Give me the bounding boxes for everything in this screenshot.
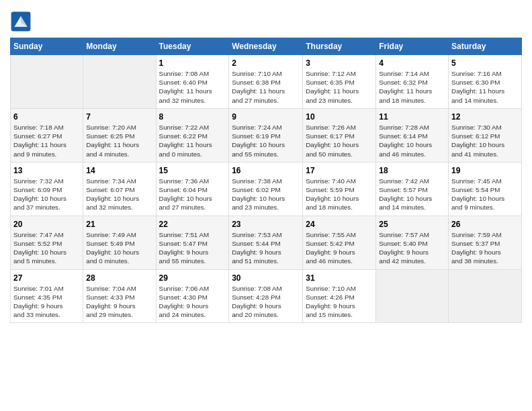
day-info: Sunrise: 7:51 AM Sunset: 5:47 PM Dayligh…	[159, 230, 226, 266]
calendar-cell: 8Sunrise: 7:22 AM Sunset: 6:22 PM Daylig…	[156, 108, 229, 162]
calendar-cell: 18Sunrise: 7:42 AM Sunset: 5:57 PM Dayli…	[376, 162, 449, 216]
day-info: Sunrise: 7:06 AM Sunset: 4:30 PM Dayligh…	[159, 284, 226, 320]
day-number: 6	[13, 112, 80, 122]
week-row-2: 6Sunrise: 7:18 AM Sunset: 6:27 PM Daylig…	[11, 108, 522, 162]
day-info: Sunrise: 7:10 AM Sunset: 4:26 PM Dayligh…	[306, 284, 373, 320]
logo-icon	[10, 11, 32, 32]
day-info: Sunrise: 7:18 AM Sunset: 6:27 PM Dayligh…	[13, 123, 80, 158]
day-number: 15	[159, 166, 226, 175]
day-info: Sunrise: 7:08 AM Sunset: 6:40 PM Dayligh…	[159, 69, 226, 105]
day-number: 28	[86, 273, 152, 283]
day-number: 31	[306, 273, 373, 283]
weekday-header-sunday: Sunday	[11, 38, 83, 55]
day-number: 10	[306, 112, 373, 122]
day-info: Sunrise: 7:04 AM Sunset: 4:33 PM Dayligh…	[86, 284, 152, 320]
calendar-cell: 11Sunrise: 7:28 AM Sunset: 6:14 PM Dayli…	[376, 108, 449, 162]
day-info: Sunrise: 7:28 AM Sunset: 6:14 PM Dayligh…	[379, 123, 445, 158]
day-info: Sunrise: 7:01 AM Sunset: 4:35 PM Dayligh…	[13, 284, 80, 320]
weekday-header-saturday: Saturday	[449, 38, 522, 55]
day-info: Sunrise: 7:22 AM Sunset: 6:22 PM Dayligh…	[159, 123, 226, 158]
calendar-cell: 13Sunrise: 7:32 AM Sunset: 6:09 PM Dayli…	[11, 162, 83, 216]
day-info: Sunrise: 7:47 AM Sunset: 5:52 PM Dayligh…	[13, 230, 80, 266]
day-number: 17	[306, 166, 373, 175]
calendar-cell: 20Sunrise: 7:47 AM Sunset: 5:52 PM Dayli…	[11, 216, 83, 269]
week-row-5: 27Sunrise: 7:01 AM Sunset: 4:35 PM Dayli…	[11, 269, 522, 323]
day-number: 5	[451, 58, 519, 68]
calendar-cell: 25Sunrise: 7:57 AM Sunset: 5:40 PM Dayli…	[376, 216, 449, 269]
day-info: Sunrise: 7:16 AM Sunset: 6:30 PM Dayligh…	[451, 69, 519, 105]
weekday-header-row: SundayMondayTuesdayWednesdayThursdayFrid…	[11, 38, 522, 55]
calendar-cell: 17Sunrise: 7:40 AM Sunset: 5:59 PM Dayli…	[303, 162, 376, 216]
day-info: Sunrise: 7:30 AM Sunset: 6:12 PM Dayligh…	[451, 123, 519, 158]
weekday-header-wednesday: Wednesday	[229, 38, 303, 55]
day-number: 20	[13, 220, 80, 229]
calendar-cell	[11, 55, 83, 109]
weekday-header-tuesday: Tuesday	[156, 38, 229, 55]
calendar-cell: 15Sunrise: 7:36 AM Sunset: 6:04 PM Dayli…	[156, 162, 229, 216]
day-number: 8	[159, 112, 226, 122]
day-info: Sunrise: 7:26 AM Sunset: 6:17 PM Dayligh…	[306, 123, 373, 158]
calendar-cell: 23Sunrise: 7:53 AM Sunset: 5:44 PM Dayli…	[229, 216, 303, 269]
week-row-1: 1Sunrise: 7:08 AM Sunset: 6:40 PM Daylig…	[11, 55, 522, 109]
calendar-cell: 7Sunrise: 7:20 AM Sunset: 6:25 PM Daylig…	[83, 108, 156, 162]
day-number: 29	[159, 273, 226, 283]
day-number: 14	[86, 166, 152, 175]
calendar-cell: 30Sunrise: 7:08 AM Sunset: 4:28 PM Dayli…	[229, 269, 303, 323]
calendar-table: SundayMondayTuesdayWednesdayThursdayFrid…	[10, 38, 522, 323]
weekday-header-friday: Friday	[376, 38, 449, 55]
day-number: 4	[379, 58, 445, 68]
day-number: 1	[159, 58, 226, 68]
day-number: 7	[86, 112, 152, 122]
calendar-cell: 5Sunrise: 7:16 AM Sunset: 6:30 PM Daylig…	[449, 55, 522, 109]
calendar-cell: 9Sunrise: 7:24 AM Sunset: 6:19 PM Daylig…	[229, 108, 303, 162]
day-info: Sunrise: 7:12 AM Sunset: 6:35 PM Dayligh…	[306, 69, 373, 105]
calendar-cell: 16Sunrise: 7:38 AM Sunset: 6:02 PM Dayli…	[229, 162, 303, 216]
calendar-cell: 26Sunrise: 7:59 AM Sunset: 5:37 PM Dayli…	[449, 216, 522, 269]
day-number: 3	[306, 58, 373, 68]
day-info: Sunrise: 7:49 AM Sunset: 5:49 PM Dayligh…	[86, 230, 152, 266]
day-number: 2	[232, 58, 300, 68]
calendar-cell: 21Sunrise: 7:49 AM Sunset: 5:49 PM Dayli…	[83, 216, 156, 269]
logo	[10, 11, 34, 32]
calendar-cell: 1Sunrise: 7:08 AM Sunset: 6:40 PM Daylig…	[156, 55, 229, 109]
day-info: Sunrise: 7:34 AM Sunset: 6:07 PM Dayligh…	[86, 177, 152, 212]
day-info: Sunrise: 7:24 AM Sunset: 6:19 PM Dayligh…	[232, 123, 300, 158]
calendar-cell	[449, 269, 522, 323]
day-info: Sunrise: 7:42 AM Sunset: 5:57 PM Dayligh…	[379, 177, 445, 212]
day-info: Sunrise: 7:14 AM Sunset: 6:32 PM Dayligh…	[379, 69, 445, 105]
calendar-cell: 27Sunrise: 7:01 AM Sunset: 4:35 PM Dayli…	[11, 269, 83, 323]
day-info: Sunrise: 7:10 AM Sunset: 6:38 PM Dayligh…	[232, 69, 300, 105]
day-info: Sunrise: 7:53 AM Sunset: 5:44 PM Dayligh…	[232, 230, 300, 266]
calendar-cell: 2Sunrise: 7:10 AM Sunset: 6:38 PM Daylig…	[229, 55, 303, 109]
day-number: 26	[451, 220, 519, 229]
day-info: Sunrise: 7:40 AM Sunset: 5:59 PM Dayligh…	[306, 177, 373, 212]
calendar-cell: 3Sunrise: 7:12 AM Sunset: 6:35 PM Daylig…	[303, 55, 376, 109]
calendar-cell: 6Sunrise: 7:18 AM Sunset: 6:27 PM Daylig…	[11, 108, 83, 162]
calendar-cell: 10Sunrise: 7:26 AM Sunset: 6:17 PM Dayli…	[303, 108, 376, 162]
day-number: 16	[232, 166, 300, 175]
calendar-cell: 22Sunrise: 7:51 AM Sunset: 5:47 PM Dayli…	[156, 216, 229, 269]
day-number: 19	[451, 166, 519, 175]
calendar-cell: 24Sunrise: 7:55 AM Sunset: 5:42 PM Dayli…	[303, 216, 376, 269]
calendar-header: SundayMondayTuesdayWednesdayThursdayFrid…	[11, 38, 522, 55]
calendar-body: 1Sunrise: 7:08 AM Sunset: 6:40 PM Daylig…	[11, 55, 522, 323]
calendar-cell: 4Sunrise: 7:14 AM Sunset: 6:32 PM Daylig…	[376, 55, 449, 109]
day-info: Sunrise: 7:45 AM Sunset: 5:54 PM Dayligh…	[451, 177, 519, 212]
day-number: 13	[13, 166, 80, 175]
weekday-header-monday: Monday	[83, 38, 156, 55]
weekday-header-thursday: Thursday	[303, 38, 376, 55]
day-number: 21	[86, 220, 152, 229]
day-info: Sunrise: 7:32 AM Sunset: 6:09 PM Dayligh…	[13, 177, 80, 212]
day-number: 12	[451, 112, 519, 122]
calendar-cell: 31Sunrise: 7:10 AM Sunset: 4:26 PM Dayli…	[303, 269, 376, 323]
day-info: Sunrise: 7:38 AM Sunset: 6:02 PM Dayligh…	[232, 177, 300, 212]
day-info: Sunrise: 7:08 AM Sunset: 4:28 PM Dayligh…	[232, 284, 300, 320]
day-info: Sunrise: 7:59 AM Sunset: 5:37 PM Dayligh…	[451, 230, 519, 266]
day-number: 30	[232, 273, 300, 283]
calendar-cell: 29Sunrise: 7:06 AM Sunset: 4:30 PM Dayli…	[156, 269, 229, 323]
week-row-3: 13Sunrise: 7:32 AM Sunset: 6:09 PM Dayli…	[11, 162, 522, 216]
page-header	[10, 7, 522, 32]
day-info: Sunrise: 7:57 AM Sunset: 5:40 PM Dayligh…	[379, 230, 445, 266]
day-number: 18	[379, 166, 445, 175]
day-number: 11	[379, 112, 445, 122]
